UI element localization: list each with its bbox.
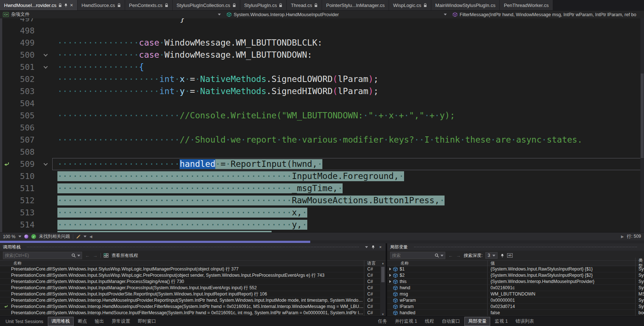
code-text[interactable]: } <box>52 18 644 25</box>
search-dropdown-icon[interactable] <box>77 255 80 257</box>
code-text[interactable]: ········································… <box>52 231 644 232</box>
search-input[interactable] <box>392 253 433 258</box>
locals-search[interactable] <box>390 252 445 259</box>
code-text[interactable]: ········································… <box>52 219 644 231</box>
code-text[interactable] <box>52 146 644 158</box>
chevron-down-icon[interactable] <box>43 52 47 56</box>
search-input[interactable] <box>5 253 70 258</box>
variable-row[interactable]: hwnd0x0216091cSys <box>387 285 644 291</box>
fold-margin[interactable] <box>40 158 52 170</box>
back-icon[interactable]: ← <box>85 253 90 258</box>
fold-margin[interactable] <box>40 182 52 194</box>
code-text[interactable]: ········································… <box>52 194 644 207</box>
scroll-left-icon[interactable]: ◀ <box>89 234 92 239</box>
code-cleanup-icon[interactable] <box>76 234 81 239</box>
drag-grip[interactable] <box>26 246 359 248</box>
fold-margin[interactable] <box>40 122 52 134</box>
scrollbar-thumb[interactable] <box>381 267 385 282</box>
code-editor[interactable]: 497 }498499················case·WindowMe… <box>0 18 644 232</box>
fold-margin[interactable] <box>40 231 52 232</box>
stack-frame-row[interactable]: PresentationCore.dll!System.Windows.Inpu… <box>0 266 386 272</box>
stack-frame-row[interactable]: PresentationCore.dll!System.Windows.Inte… <box>0 297 386 304</box>
file-tab[interactable]: WispLogic.cs <box>389 0 431 10</box>
tool-tab-错误列表[interactable]: 错误列表 <box>512 317 537 326</box>
variable-row[interactable]: $1{System.Windows.Input.RawStylusInputRe… <box>387 266 644 272</box>
status-indicator-icon[interactable] <box>24 234 28 239</box>
chevron-down-icon[interactable] <box>444 14 447 15</box>
tool-tab-调用堆栈[interactable]: 调用堆栈 <box>48 317 74 326</box>
fold-margin[interactable] <box>40 85 52 97</box>
file-tab[interactable]: MainWindowStylusPlugIn.cs <box>431 0 500 10</box>
code-text[interactable] <box>52 97 644 110</box>
stack-frame-row[interactable]: PresentationCore.dll!System.Windows.Inpu… <box>0 279 386 285</box>
zoom-level[interactable]: 100 % <box>3 234 15 239</box>
file-tab[interactable]: HwndSource.cs <box>78 0 125 10</box>
tool-tab-即时窗口[interactable]: 即时窗口 <box>135 317 160 326</box>
code-cleanup-dropdown-icon[interactable] <box>84 236 86 237</box>
scroll-up-icon[interactable]: ▲ <box>380 262 386 265</box>
breadcrumb-member[interactable]: FilterMessage(IntPtr hwnd, WindowMessage… <box>450 11 644 18</box>
file-tab[interactable]: Thread.cs <box>287 0 322 10</box>
tool-tab-局部变量[interactable]: 局部变量 <box>464 317 490 326</box>
zoom-dropdown-icon[interactable] <box>18 236 21 237</box>
fold-margin[interactable] <box>40 37 52 49</box>
pin-icon[interactable] <box>370 245 376 249</box>
search-icon[interactable] <box>71 253 76 258</box>
tool-tab-监视 1[interactable]: 监视 1 <box>491 317 511 326</box>
code-text[interactable]: ························//Console.WriteL… <box>52 110 644 122</box>
fold-margin[interactable] <box>40 146 52 158</box>
code-text[interactable]: ················case·WindowMessage.WM_LB… <box>52 37 644 49</box>
breadcrumb-project[interactable]: C# 杂项文件 <box>0 11 224 18</box>
fold-margin[interactable] <box>40 207 52 219</box>
code-text[interactable]: ········································… <box>52 170 644 182</box>
code-text[interactable] <box>52 25 644 37</box>
scroll-down-icon[interactable]: ▼ <box>382 313 385 316</box>
chevron-down-icon[interactable] <box>43 161 47 165</box>
forward-icon[interactable]: → <box>456 253 461 258</box>
fold-margin[interactable] <box>40 97 52 110</box>
call-stack-title-bar[interactable]: 调用堆栈 × <box>0 243 386 251</box>
stack-frame-row[interactable]: PresentationCore.dll!System.Windows.Inpu… <box>0 285 386 291</box>
stack-frame-row[interactable]: PresentationCore.dll!System.Windows.Inte… <box>0 304 386 310</box>
scroll-right-icon[interactable]: ▶ <box>621 234 624 239</box>
code-text[interactable] <box>52 122 644 134</box>
code-text[interactable]: ················case·WindowMessage.WM_LB… <box>52 49 644 61</box>
fold-margin[interactable] <box>40 219 52 231</box>
tool-tab-断点[interactable]: 断点 <box>75 317 91 326</box>
pin-to-source-icon[interactable] <box>500 254 504 258</box>
locals-title-bar[interactable]: 局部变量 <box>387 243 644 251</box>
tool-tab-线程[interactable]: 线程 <box>421 317 437 326</box>
code-text[interactable]: ················{ <box>52 61 644 73</box>
expander-icon[interactable] <box>387 279 393 284</box>
variable-row[interactable]: lParam0x023d0714Sys <box>387 304 644 310</box>
health-status-text[interactable]: 未找到相关问题 <box>39 233 70 240</box>
window-menu-icon[interactable] <box>365 246 368 248</box>
format-specifier-icon[interactable]: ab <box>507 253 513 258</box>
breadcrumb-type[interactable]: System.Windows.Interop.HwndMouseInputPro… <box>224 11 450 18</box>
drag-grip[interactable] <box>414 246 637 248</box>
code-text[interactable]: ····················int·x·=·NativeMethod… <box>52 73 644 85</box>
stack-frame-row[interactable]: PresentationCore.dll!System.Windows.Inpu… <box>0 272 386 279</box>
tool-tab-任务[interactable]: 任务 <box>375 317 390 326</box>
expander-icon[interactable] <box>387 266 393 272</box>
tool-tab-异常设置[interactable]: 异常设置 <box>109 317 134 326</box>
chevron-down-icon[interactable] <box>43 64 47 68</box>
search-dropdown-icon[interactable] <box>440 255 443 257</box>
tool-tab-输出[interactable]: 输出 <box>92 317 107 326</box>
code-text[interactable]: ························handled·=·Report… <box>52 158 644 170</box>
fold-margin[interactable] <box>40 73 52 85</box>
stack-frame-row[interactable]: PresentationCore.dll!System.Windows.Inpu… <box>0 291 386 297</box>
expander-icon[interactable] <box>387 272 393 278</box>
fold-margin[interactable] <box>40 25 52 37</box>
fold-margin[interactable] <box>40 18 52 25</box>
variable-row[interactable]: msgWM_LBUTTONDOWNMS. <box>387 291 644 297</box>
chevron-down-icon[interactable] <box>218 14 221 15</box>
fold-margin[interactable] <box>40 134 52 146</box>
code-text[interactable]: ········································… <box>52 182 644 194</box>
close-icon[interactable]: × <box>378 245 383 249</box>
code-text[interactable]: ························//·Should·we·rep… <box>52 134 644 146</box>
forward-icon[interactable]: → <box>93 253 98 258</box>
fold-margin[interactable] <box>40 194 52 207</box>
code-text[interactable]: ········································… <box>52 207 644 219</box>
search-depth-select[interactable]: 3 <box>485 252 498 259</box>
